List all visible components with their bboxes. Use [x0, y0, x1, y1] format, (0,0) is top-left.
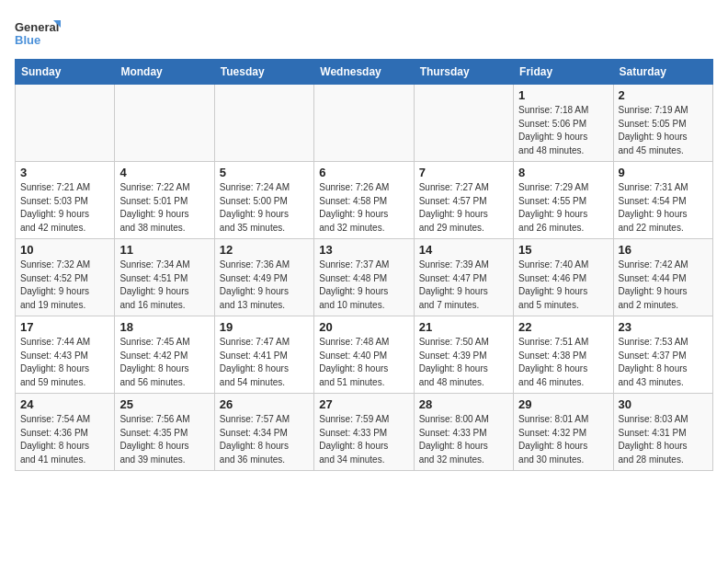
day-cell: 21Sunrise: 7:50 AM Sunset: 4:39 PM Dayli…	[414, 316, 513, 394]
svg-text:General: General	[15, 20, 59, 34]
day-detail: Sunrise: 7:34 AM Sunset: 4:51 PM Dayligh…	[119, 259, 209, 312]
day-detail: Sunrise: 7:50 AM Sunset: 4:39 PM Dayligh…	[419, 336, 508, 389]
day-cell	[16, 85, 115, 162]
page-header: General Blue	[15, 15, 713, 52]
weekday-header-monday: Monday	[115, 60, 214, 85]
day-number: 9	[619, 166, 708, 179]
day-number: 15	[518, 243, 608, 257]
day-detail: Sunrise: 7:22 AM Sunset: 5:01 PM Dayligh…	[119, 181, 209, 235]
day-detail: Sunrise: 7:31 AM Sunset: 4:54 PM Dayligh…	[619, 181, 708, 235]
weekday-header-friday: Friday	[514, 60, 613, 85]
day-detail: Sunrise: 7:26 AM Sunset: 4:58 PM Dayligh…	[319, 181, 408, 235]
day-number: 16	[619, 243, 708, 257]
weekday-header-sunday: Sunday	[16, 60, 115, 85]
day-cell: 19Sunrise: 7:47 AM Sunset: 4:41 PM Dayli…	[214, 316, 313, 394]
day-detail: Sunrise: 7:47 AM Sunset: 4:41 PM Dayligh…	[220, 336, 309, 389]
weekday-header-tuesday: Tuesday	[214, 60, 313, 85]
day-detail: Sunrise: 7:53 AM Sunset: 4:37 PM Dayligh…	[619, 336, 708, 389]
day-cell	[314, 85, 414, 162]
day-cell	[115, 85, 214, 162]
day-cell	[214, 85, 313, 162]
day-detail: Sunrise: 7:51 AM Sunset: 4:38 PM Dayligh…	[518, 336, 608, 389]
day-number: 6	[319, 166, 408, 179]
day-cell: 24Sunrise: 7:54 AM Sunset: 4:36 PM Dayli…	[16, 394, 115, 471]
day-number: 25	[119, 397, 209, 411]
day-number: 5	[220, 166, 309, 179]
week-row-3: 10Sunrise: 7:32 AM Sunset: 4:52 PM Dayli…	[16, 239, 713, 316]
day-cell: 2Sunrise: 7:19 AM Sunset: 5:05 PM Daylig…	[613, 85, 712, 162]
day-cell: 18Sunrise: 7:45 AM Sunset: 4:42 PM Dayli…	[115, 316, 214, 394]
day-detail: Sunrise: 7:59 AM Sunset: 4:33 PM Dayligh…	[319, 413, 408, 466]
logo-svg: General Blue	[15, 15, 61, 52]
day-number: 14	[419, 243, 508, 257]
day-cell: 16Sunrise: 7:42 AM Sunset: 4:44 PM Dayli…	[613, 239, 712, 316]
day-cell: 7Sunrise: 7:27 AM Sunset: 4:57 PM Daylig…	[414, 162, 513, 239]
day-cell: 26Sunrise: 7:57 AM Sunset: 4:34 PM Dayli…	[214, 394, 313, 471]
day-cell: 17Sunrise: 7:44 AM Sunset: 4:43 PM Dayli…	[16, 316, 115, 394]
day-cell: 11Sunrise: 7:34 AM Sunset: 4:51 PM Dayli…	[115, 239, 214, 316]
day-detail: Sunrise: 7:44 AM Sunset: 4:43 PM Dayligh…	[20, 336, 109, 389]
day-number: 10	[20, 243, 109, 257]
day-cell: 1Sunrise: 7:18 AM Sunset: 5:06 PM Daylig…	[514, 85, 613, 162]
day-number: 29	[518, 397, 608, 411]
day-detail: Sunrise: 7:40 AM Sunset: 4:46 PM Dayligh…	[518, 259, 608, 312]
day-detail: Sunrise: 8:03 AM Sunset: 4:31 PM Dayligh…	[619, 413, 708, 466]
logo: General Blue	[15, 15, 61, 52]
week-row-1: 1Sunrise: 7:18 AM Sunset: 5:06 PM Daylig…	[16, 85, 713, 162]
day-cell: 22Sunrise: 7:51 AM Sunset: 4:38 PM Dayli…	[514, 316, 613, 394]
day-detail: Sunrise: 7:57 AM Sunset: 4:34 PM Dayligh…	[220, 413, 309, 466]
day-detail: Sunrise: 7:39 AM Sunset: 4:47 PM Dayligh…	[419, 259, 508, 312]
weekday-header-thursday: Thursday	[414, 60, 513, 85]
day-number: 13	[319, 243, 408, 257]
day-number: 20	[319, 320, 408, 334]
day-detail: Sunrise: 7:29 AM Sunset: 4:55 PM Dayligh…	[518, 181, 608, 235]
day-cell: 29Sunrise: 8:01 AM Sunset: 4:32 PM Dayli…	[514, 394, 613, 471]
day-cell: 6Sunrise: 7:26 AM Sunset: 4:58 PM Daylig…	[314, 162, 414, 239]
day-number: 2	[619, 88, 708, 102]
day-detail: Sunrise: 7:42 AM Sunset: 4:44 PM Dayligh…	[619, 259, 708, 312]
day-number: 1	[518, 88, 608, 102]
weekday-header-row: SundayMondayTuesdayWednesdayThursdayFrid…	[16, 60, 713, 85]
day-detail: Sunrise: 7:48 AM Sunset: 4:40 PM Dayligh…	[319, 336, 408, 389]
day-cell: 14Sunrise: 7:39 AM Sunset: 4:47 PM Dayli…	[414, 239, 513, 316]
week-row-5: 24Sunrise: 7:54 AM Sunset: 4:36 PM Dayli…	[16, 394, 713, 471]
day-cell: 28Sunrise: 8:00 AM Sunset: 4:33 PM Dayli…	[414, 394, 513, 471]
day-number: 12	[220, 243, 309, 257]
day-cell: 9Sunrise: 7:31 AM Sunset: 4:54 PM Daylig…	[613, 162, 712, 239]
day-number: 4	[119, 166, 209, 179]
day-cell: 5Sunrise: 7:24 AM Sunset: 5:00 PM Daylig…	[214, 162, 313, 239]
day-cell: 15Sunrise: 7:40 AM Sunset: 4:46 PM Dayli…	[514, 239, 613, 316]
calendar-table: SundayMondayTuesdayWednesdayThursdayFrid…	[15, 59, 713, 471]
day-detail: Sunrise: 7:54 AM Sunset: 4:36 PM Dayligh…	[20, 413, 109, 466]
day-number: 7	[419, 166, 508, 179]
day-number: 21	[419, 320, 508, 334]
day-cell: 27Sunrise: 7:59 AM Sunset: 4:33 PM Dayli…	[314, 394, 414, 471]
day-cell: 25Sunrise: 7:56 AM Sunset: 4:35 PM Dayli…	[115, 394, 214, 471]
day-cell: 8Sunrise: 7:29 AM Sunset: 4:55 PM Daylig…	[514, 162, 613, 239]
day-number: 17	[20, 320, 109, 334]
day-detail: Sunrise: 7:19 AM Sunset: 5:05 PM Dayligh…	[619, 104, 708, 157]
day-detail: Sunrise: 7:45 AM Sunset: 4:42 PM Dayligh…	[119, 336, 209, 389]
day-cell: 20Sunrise: 7:48 AM Sunset: 4:40 PM Dayli…	[314, 316, 414, 394]
day-number: 23	[619, 320, 708, 334]
day-cell: 4Sunrise: 7:22 AM Sunset: 5:01 PM Daylig…	[115, 162, 214, 239]
day-detail: Sunrise: 8:01 AM Sunset: 4:32 PM Dayligh…	[518, 413, 608, 466]
day-number: 8	[518, 166, 608, 179]
day-detail: Sunrise: 7:36 AM Sunset: 4:49 PM Dayligh…	[220, 259, 309, 312]
day-detail: Sunrise: 7:56 AM Sunset: 4:35 PM Dayligh…	[119, 413, 209, 466]
week-row-2: 3Sunrise: 7:21 AM Sunset: 5:03 PM Daylig…	[16, 162, 713, 239]
week-row-4: 17Sunrise: 7:44 AM Sunset: 4:43 PM Dayli…	[16, 316, 713, 394]
day-number: 3	[20, 166, 109, 179]
day-number: 22	[518, 320, 608, 334]
day-cell: 23Sunrise: 7:53 AM Sunset: 4:37 PM Dayli…	[613, 316, 712, 394]
day-detail: Sunrise: 8:00 AM Sunset: 4:33 PM Dayligh…	[419, 413, 508, 466]
svg-text:Blue: Blue	[15, 33, 40, 47]
day-cell	[414, 85, 513, 162]
day-cell: 12Sunrise: 7:36 AM Sunset: 4:49 PM Dayli…	[214, 239, 313, 316]
day-detail: Sunrise: 7:32 AM Sunset: 4:52 PM Dayligh…	[20, 259, 109, 312]
day-number: 28	[419, 397, 508, 411]
day-detail: Sunrise: 7:37 AM Sunset: 4:48 PM Dayligh…	[319, 259, 408, 312]
day-number: 26	[220, 397, 309, 411]
day-cell: 13Sunrise: 7:37 AM Sunset: 4:48 PM Dayli…	[314, 239, 414, 316]
day-number: 27	[319, 397, 408, 411]
